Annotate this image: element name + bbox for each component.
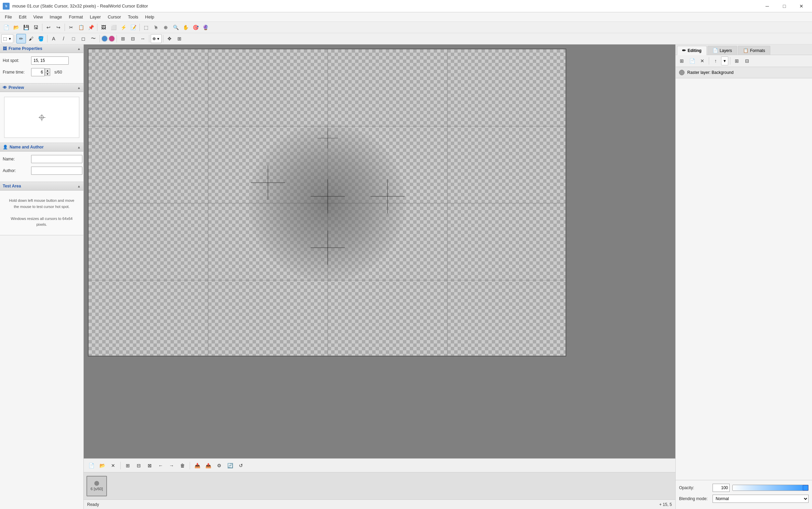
formats-tab-label: Formats [750, 48, 765, 53]
blending-select[interactable]: Normal Multiply Screen Overlay Darken Li… [713, 495, 809, 503]
hotspot-button[interactable]: ⊕ [161, 23, 171, 32]
name-author-header[interactable]: 👤 Name and Author ▲ [0, 143, 83, 152]
canvas-main: 📄 📂 ✕ ⊞ ⊟ ⊠ ← → 🗑 📥 📤 ⚙ 🔄 ↺ 6 [s/60] [84, 44, 675, 509]
close-button[interactable]: ✕ [794, 1, 809, 12]
shape-btn[interactable]: □ [69, 34, 78, 43]
layer-del-btn[interactable]: ✕ [698, 56, 707, 66]
menu-cursor[interactable]: Cursor [104, 13, 124, 21]
eraser-btn[interactable]: ◻ [79, 34, 88, 43]
layer-copy-btn[interactable]: ⊞ [732, 56, 742, 66]
frame-new-btn[interactable]: 📄 [86, 461, 96, 470]
misc-button[interactable]: 🎯 [191, 23, 200, 32]
canvas-scroll[interactable] [84, 44, 675, 458]
minimize-button[interactable]: ─ [759, 1, 775, 12]
spin-up[interactable]: ▲ [45, 68, 50, 72]
frame-anim-btn[interactable]: 🔄 [225, 461, 235, 470]
effects-button[interactable]: ⚡ [119, 23, 128, 32]
flip-h-btn[interactable]: ↔ [138, 34, 148, 43]
brush-btn[interactable]: 🖌 [26, 34, 36, 43]
smudge-btn[interactable]: 〜 [89, 34, 98, 43]
copy2-btn[interactable]: ⊞ [118, 34, 128, 43]
copy-button[interactable]: 📋 [76, 23, 86, 32]
menu-image[interactable]: Image [46, 13, 65, 21]
frame-paste-btn[interactable]: ⊟ [134, 461, 144, 470]
hand-button[interactable]: ✋ [181, 23, 190, 32]
tab-editing[interactable]: ✏ Editing [677, 46, 707, 55]
maximize-button[interactable]: □ [776, 1, 792, 12]
color1-btn[interactable] [101, 35, 108, 42]
image-button[interactable]: 🖼 [99, 23, 108, 32]
name-input[interactable] [31, 155, 82, 163]
opacity-label: Opacity: [679, 485, 710, 490]
frame-back-btn[interactable]: ← [156, 461, 165, 470]
test-area-content[interactable]: Hold down left mouse button and move the… [0, 191, 83, 235]
frame-refresh-btn[interactable]: ↺ [236, 461, 246, 470]
paste-button[interactable]: 📌 [86, 23, 96, 32]
save-button[interactable]: 💾 [21, 23, 31, 32]
test-area-header[interactable]: Test Area ▲ [0, 182, 83, 191]
line-btn[interactable]: / [59, 34, 68, 43]
frame-import-btn[interactable]: 📥 [192, 461, 202, 470]
hot-spot-input[interactable] [31, 56, 69, 65]
author-input[interactable] [31, 167, 82, 175]
layer-dropdown[interactable]: ▼ [721, 56, 728, 65]
tab-formats[interactable]: 📋 Formats [738, 46, 770, 55]
new-button[interactable]: 📄 [1, 23, 11, 32]
layer-paste-btn[interactable]: ⊟ [742, 56, 752, 66]
frame-copy-btn[interactable]: ⊞ [123, 461, 133, 470]
name-author-collapse[interactable]: ▲ [77, 145, 81, 149]
frame-paste2-btn[interactable]: ⊠ [145, 461, 154, 470]
frame-properties-header[interactable]: 🖼 Frame Properties ▲ [0, 44, 83, 53]
undo-button[interactable]: ↩ [44, 23, 53, 32]
fill-btn[interactable]: 🪣 [36, 34, 46, 43]
misc2-button[interactable]: 🔮 [201, 23, 210, 32]
canvas-button[interactable]: ⬜ [109, 23, 118, 32]
script-button[interactable]: 📝 [128, 23, 138, 32]
preview-content [0, 92, 83, 143]
text-btn[interactable]: A [49, 34, 58, 43]
redo-button[interactable]: ↪ [54, 23, 63, 32]
frame-close-btn[interactable]: ✕ [108, 461, 118, 470]
spin-down[interactable]: ▼ [45, 72, 50, 76]
opacity-slider[interactable] [732, 485, 809, 491]
cut-button[interactable]: ✂ [66, 23, 76, 32]
select-button[interactable]: ⬚ [141, 23, 151, 32]
frame-thumb-0[interactable]: 6 [s/60] [86, 476, 107, 496]
menu-view[interactable]: View [30, 13, 46, 21]
frame-open-btn[interactable]: 📂 [97, 461, 107, 470]
opacity-input[interactable] [713, 484, 730, 492]
align-btn[interactable]: ⊞ [175, 34, 184, 43]
frame-settings-btn[interactable]: ⚙ [214, 461, 224, 470]
layer-move-up-btn[interactable]: ↑ [711, 56, 720, 66]
layer-grid-btn[interactable]: ⊞ [677, 56, 687, 66]
cursor-pick-button[interactable]: 🖱 [151, 23, 161, 32]
tab-layers[interactable]: 📄 Layers [707, 46, 737, 55]
menu-layer[interactable]: Layer [86, 13, 105, 21]
layers-tab-icon: 📄 [713, 48, 718, 53]
menu-edit[interactable]: Edit [15, 13, 30, 21]
preview-collapse[interactable]: ▲ [77, 86, 81, 90]
menu-help[interactable]: Help [142, 13, 158, 21]
move-btn[interactable]: ✥ [165, 34, 174, 43]
menu-file[interactable]: File [1, 13, 15, 21]
blend-dropdown[interactable]: ⊕▼ [151, 34, 162, 43]
preview-header[interactable]: 👁 Preview ▲ [0, 83, 83, 92]
menu-format[interactable]: Format [65, 13, 86, 21]
frame-export-btn[interactable]: 📤 [203, 461, 213, 470]
frame-time-input[interactable] [31, 68, 45, 76]
zoom-button[interactable]: 🔍 [171, 23, 180, 32]
frame-del-btn[interactable]: 🗑 [178, 461, 187, 470]
save-all-button[interactable]: 🖫 [31, 23, 41, 32]
test-area-collapse[interactable]: ▲ [77, 184, 81, 188]
canvas[interactable] [88, 49, 566, 356]
frame-forward-btn[interactable]: → [167, 461, 176, 470]
paste2-btn[interactable]: ⊟ [128, 34, 138, 43]
pencil-btn[interactable]: ✏ [16, 34, 26, 43]
layer-item-0[interactable]: Raster layer: Background [676, 67, 812, 78]
tool-dropdown[interactable]: ⬚▼ [1, 34, 13, 43]
layer-new-btn[interactable]: 📄 [687, 56, 697, 66]
menu-tools[interactable]: Tools [124, 13, 141, 21]
frame-properties-collapse[interactable]: ▲ [77, 47, 81, 51]
color2-btn[interactable] [108, 35, 115, 42]
open-button[interactable]: 📂 [11, 23, 21, 32]
